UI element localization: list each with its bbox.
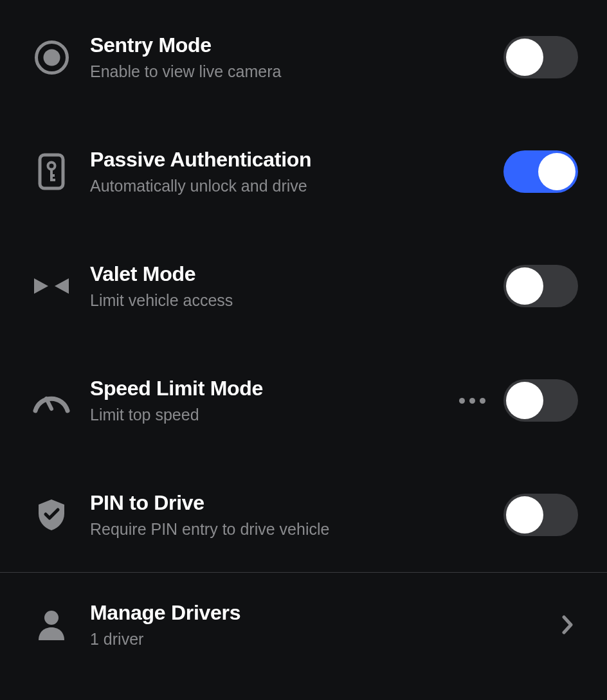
setting-controls xyxy=(503,265,578,307)
pin-to-drive-toggle[interactable] xyxy=(503,494,578,536)
valet-toggle[interactable] xyxy=(503,265,578,307)
phone-key-icon xyxy=(31,153,72,190)
setting-subtitle: Limit top speed xyxy=(90,406,441,424)
speed-limit-more-button[interactable] xyxy=(459,398,485,404)
person-icon xyxy=(31,609,72,640)
manage-drivers-subtitle: 1 driver xyxy=(90,630,539,649)
chevron-right-icon xyxy=(557,615,578,634)
speed-limit-toggle[interactable] xyxy=(503,379,578,422)
passive-auth-toggle[interactable] xyxy=(503,150,578,193)
bowtie-icon xyxy=(31,276,72,296)
manage-drivers-row[interactable]: Manage Drivers 1 driver xyxy=(0,572,607,677)
setting-text-passive-auth: Passive Authentication Automatically unl… xyxy=(90,148,485,195)
svg-point-8 xyxy=(44,611,59,625)
setting-title: Sentry Mode xyxy=(90,33,485,57)
svg-point-3 xyxy=(48,163,55,170)
setting-subtitle: Limit vehicle access xyxy=(90,291,485,310)
setting-subtitle: Require PIN entry to drive vehicle xyxy=(90,520,485,539)
setting-text-speed-limit: Speed Limit Mode Limit top speed xyxy=(90,377,441,424)
svg-point-1 xyxy=(43,49,60,66)
manage-drivers-text: Manage Drivers 1 driver xyxy=(90,601,539,649)
setting-row-speed-limit: Speed Limit Mode Limit top speed xyxy=(0,343,607,458)
setting-controls xyxy=(459,379,578,422)
setting-text-pin-to-drive: PIN to Drive Require PIN entry to drive … xyxy=(90,491,485,539)
sentry-icon xyxy=(31,40,72,75)
setting-title: Valet Mode xyxy=(90,262,485,286)
sentry-toggle[interactable] xyxy=(503,36,578,78)
setting-controls xyxy=(503,494,578,536)
setting-row-passive-auth: Passive Authentication Automatically unl… xyxy=(0,114,607,229)
setting-subtitle: Enable to view live camera xyxy=(90,62,485,81)
setting-controls xyxy=(503,36,578,78)
setting-row-valet: Valet Mode Limit vehicle access xyxy=(0,229,607,343)
setting-row-pin-to-drive: PIN to Drive Require PIN entry to drive … xyxy=(0,458,607,572)
setting-text-sentry: Sentry Mode Enable to view live camera xyxy=(90,33,485,81)
shield-check-icon xyxy=(31,498,72,532)
setting-controls xyxy=(503,150,578,193)
setting-title: PIN to Drive xyxy=(90,491,485,515)
svg-rect-5 xyxy=(50,179,55,181)
speedometer-icon xyxy=(31,388,72,413)
setting-subtitle: Automatically unlock and drive xyxy=(90,177,485,195)
setting-row-sentry: Sentry Mode Enable to view live camera xyxy=(0,0,607,114)
setting-title: Passive Authentication xyxy=(90,148,485,172)
manage-drivers-title: Manage Drivers xyxy=(90,601,539,625)
settings-list: Sentry Mode Enable to view live camera P… xyxy=(0,0,607,677)
setting-title: Speed Limit Mode xyxy=(90,377,441,400)
setting-text-valet: Valet Mode Limit vehicle access xyxy=(90,262,485,310)
svg-rect-6 xyxy=(50,174,55,177)
